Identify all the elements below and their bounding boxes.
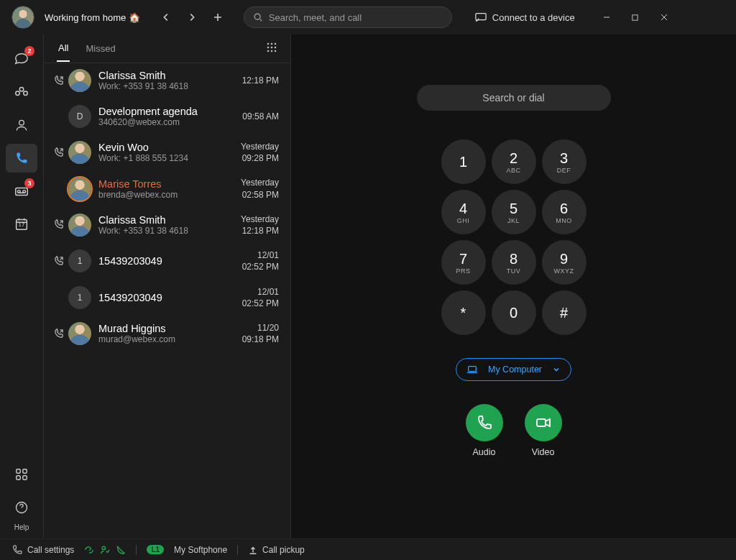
plus-button[interactable] [206, 6, 229, 29]
back-button[interactable] [155, 6, 178, 29]
key-letters: TUV [507, 267, 521, 275]
softphone-label[interactable]: My Softphone [174, 545, 227, 555]
call-direction-icon [51, 147, 65, 158]
call-pickup-button[interactable]: Call pickup [248, 545, 305, 555]
key-6[interactable]: 6MNO [542, 190, 586, 234]
call-info: Clarissa SmithWork: +353 91 38 4618 [98, 70, 239, 91]
device-selector[interactable]: My Computer [456, 358, 571, 381]
close-button[interactable] [653, 6, 676, 29]
svg-rect-26 [537, 419, 546, 426]
call-time: Yesterday12:18 PM [241, 214, 279, 237]
key-digit: 6 [560, 201, 568, 217]
svg-point-4 [16, 91, 20, 95]
call-sub: Work: +1 888 555 1234 [98, 153, 238, 163]
key-9[interactable]: 9WXYZ [542, 240, 586, 285]
avatar [68, 69, 91, 92]
dnd-off-icon [116, 545, 126, 555]
line-badge[interactable]: L1 [147, 545, 164, 554]
call-direction-icon [51, 329, 65, 339]
sidebar-item-voicemail[interactable]: 3 [6, 177, 37, 206]
svg-rect-1 [476, 14, 486, 20]
call-sub: 340620@webex.com [98, 117, 239, 127]
call-name: Marise Torres [98, 178, 238, 190]
call-time: Yesterday02:58 PM [241, 177, 279, 200]
apps-icon [15, 468, 28, 481]
call-item[interactable]: Kevin WooWork: +1 888 555 1234Yesterday0… [44, 135, 290, 171]
user-avatar[interactable] [12, 6, 34, 29]
voicemail-badge: 3 [24, 178, 34, 188]
avatar: D [68, 105, 91, 128]
call-name: 15439203049 [98, 292, 239, 303]
call-item[interactable]: Murad Higginsmurad@webex.com11/2009:18 P… [44, 316, 290, 352]
connect-device-button[interactable]: Connect to a device [466, 12, 584, 23]
key-letters: ABC [506, 167, 520, 174]
key-digit: 8 [510, 251, 518, 267]
calls-panel: All Missed Clarissa SmithWork: +353 91 3… [43, 35, 291, 538]
call-item[interactable]: Clarissa SmithWork: +353 91 38 4618Yeste… [44, 208, 290, 244]
call-time: Yesterday09:28 PM [241, 141, 279, 164]
video-call-button[interactable]: Video [525, 404, 562, 457]
key-5[interactable]: 5JKL [492, 190, 536, 234]
calendar-day: 17 [19, 221, 25, 228]
call-name: Clarissa Smith [98, 214, 238, 226]
forward-button[interactable] [180, 6, 203, 29]
svg-point-17 [271, 43, 273, 45]
call-info: Clarissa SmithWork: +353 91 38 4618 [98, 214, 238, 236]
key-*[interactable]: * [441, 290, 486, 335]
dialpad-toggle[interactable] [266, 42, 277, 55]
laptop-icon [466, 364, 478, 375]
sidebar-item-calendar[interactable]: 17 [6, 210, 37, 239]
call-item[interactable]: DDevelopment agenda340620@webex.com09:58… [44, 99, 290, 135]
person-icon [14, 118, 29, 132]
avatar [68, 141, 91, 164]
call-item[interactable]: Marise Torresbrenda@webex.comYesterday02… [44, 171, 290, 207]
device-label: My Computer [488, 364, 542, 375]
call-item[interactable]: 11543920304912/0102:52 PM [44, 244, 290, 280]
dial-search-placeholder: Search or dial [482, 92, 544, 104]
dialer-panel: Search or dial 12ABC3DEF4GHI5JKL6MNO7PRS… [291, 35, 736, 538]
phone-gear-icon [12, 544, 23, 556]
call-settings-button[interactable]: Call settings [12, 544, 74, 556]
sidebar-item-apps[interactable] [6, 460, 37, 489]
maximize-button[interactable] [624, 6, 647, 29]
dial-search-input[interactable]: Search or dial [417, 85, 611, 111]
call-item[interactable]: Clarissa SmithWork: +353 91 38 461812:18… [44, 63, 290, 99]
svg-rect-2 [632, 14, 638, 19]
call-tabs: All Missed [44, 35, 290, 63]
key-digit: 7 [459, 251, 467, 267]
key-4[interactable]: 4GHI [441, 190, 486, 234]
tab-missed[interactable]: Missed [84, 36, 116, 61]
separator [136, 545, 137, 555]
key-2[interactable]: 2ABC [492, 139, 536, 184]
svg-rect-13 [17, 476, 20, 479]
key-digit: * [461, 305, 466, 321]
key-#[interactable]: # [542, 290, 586, 335]
cast-icon [475, 12, 487, 22]
call-item[interactable]: 11543920304912/0102:52 PM [44, 280, 290, 316]
key-digit: 4 [459, 201, 467, 217]
minimize-button[interactable] [595, 6, 618, 29]
key-0[interactable]: 0 [492, 290, 536, 335]
sidebar-item-help[interactable] [6, 493, 37, 522]
sidebar-item-teams[interactable] [6, 78, 37, 106]
call-name: Clarissa Smith [98, 70, 239, 81]
svg-point-20 [271, 47, 273, 49]
presence-status[interactable]: Working from home 🏠 [45, 12, 140, 23]
key-3[interactable]: 3DEF [542, 139, 586, 184]
phone-icon [14, 151, 29, 165]
sidebar-item-contacts[interactable] [6, 111, 37, 139]
audio-call-button[interactable]: Audio [466, 404, 503, 457]
key-1[interactable]: 1 [441, 139, 486, 184]
tab-all[interactable]: All [57, 35, 70, 62]
call-info: 15439203049 [98, 292, 239, 303]
key-8[interactable]: 8TUV [492, 240, 536, 285]
sidebar-item-calling[interactable] [6, 144, 37, 173]
call-info: Development agenda340620@webex.com [98, 106, 239, 127]
key-7[interactable]: 7PRS [441, 240, 486, 285]
svg-point-27 [102, 546, 105, 549]
call-name: Murad Higgins [98, 323, 239, 334]
search-input[interactable]: Search, meet, and call [244, 6, 452, 28]
call-time: 12/0102:52 PM [242, 249, 279, 272]
sidebar-item-messaging[interactable]: 2 [6, 45, 37, 73]
call-sub: murad@webex.com [98, 334, 239, 344]
